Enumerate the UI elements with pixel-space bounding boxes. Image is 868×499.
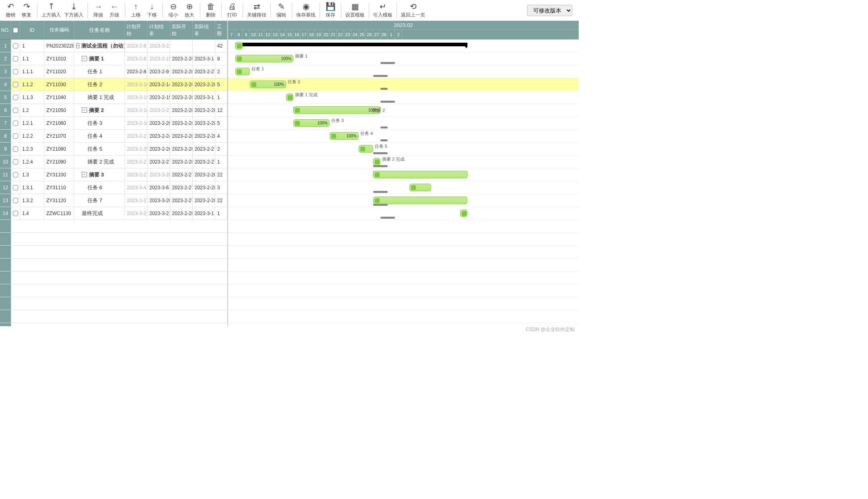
gantt-day-header[interactable]: 19 [315,30,322,39]
expand-toggle-icon[interactable]: − [82,56,87,61]
cell[interactable]: ZY11040 [44,91,74,104]
outdent-button[interactable]: →降级 [90,1,106,20]
cell[interactable]: 2023-2-20 [147,117,170,129]
cell[interactable]: 2023-2-15 [125,91,147,104]
cell[interactable]: 1.3 [20,168,44,181]
set-template-button[interactable]: ▦设置模板 [344,1,366,20]
row-checkbox[interactable] [11,52,20,65]
gantt-row[interactable]: 摘要 1 完成 [228,91,579,104]
task-name-cell[interactable]: 任务 4 [74,130,125,142]
cell[interactable]: 2023-2-27 [193,65,215,78]
gantt-day-header[interactable]: 25 [359,30,366,39]
indent-button[interactable]: ←升级 [106,1,123,20]
header-checkbox[interactable] [11,21,20,39]
version-select[interactable]: 可修改版本 [527,5,572,16]
row-checkbox[interactable] [11,130,20,142]
zoom-out-button[interactable]: ⊖缩小 [165,1,181,20]
cell[interactable]: ZY11020 [44,65,74,78]
task-name-cell[interactable]: 摘要 2 完成 [74,155,125,168]
task-name-cell[interactable]: 任务 5 [74,143,125,155]
cell[interactable]: 2023-2-21 [125,130,147,142]
gantt-task-bar[interactable]: 100% [293,106,380,114]
cell[interactable]: ZY21080 [44,143,74,155]
cell[interactable]: ZY21060 [44,117,74,129]
cell[interactable]: 1.1.1 [20,65,44,78]
gantt-task-bar[interactable]: 100% [250,81,286,88]
gantt-row[interactable]: 100%任务 2 [228,78,579,91]
gantt-day-header[interactable]: 22 [337,30,344,39]
cell[interactable]: 2023-2-27 [125,168,147,181]
save-button[interactable]: 💾保存 [322,1,338,20]
table-row[interactable]: 121.3.1ZY31110任务 62023-3-42023-3-62023-2… [0,181,227,194]
header-plan-end[interactable]: 计划结束 [147,21,170,39]
table-row[interactable]: 51.1.3ZY11040摘要 1 完成2023-2-152023-2-1520… [0,91,227,104]
cell[interactable]: 1.2.4 [20,155,44,168]
save-baseline-button[interactable]: ◉保存基线 [295,1,317,20]
cell[interactable]: 2023-2-28 [170,91,193,104]
cell[interactable]: 8 [215,52,227,65]
cell[interactable]: 2023-2-27 [125,155,147,168]
cell[interactable]: 5 [215,117,227,129]
cell[interactable]: 22 [215,194,227,207]
row-checkbox[interactable] [11,143,20,155]
gantt-task-bar[interactable] [286,93,293,101]
cell[interactable]: 2023-3-1 [193,91,215,104]
gantt-task-bar[interactable] [373,197,467,204]
cell[interactable]: 2023-2-28 [193,168,215,181]
table-row[interactable]: 71.2.1ZY21060任务 32023-2-162023-2-202023-… [0,117,227,130]
header-duration[interactable]: 工期 [215,21,227,39]
table-row[interactable]: 11PN2023022810−测试全流程（勿动）2023-2-82023-3-2… [0,39,227,52]
cell[interactable]: 1.2 [20,104,44,116]
gantt-task-bar[interactable] [235,68,250,75]
gantt-row[interactable] [228,297,579,310]
cell[interactable]: 2023-2-28 [170,143,193,155]
gantt-task-bar[interactable] [460,209,467,217]
cell[interactable]: ZZWC1130 [44,207,74,219]
gantt-day-header[interactable]: 1 [388,30,395,39]
move-up-button[interactable]: ↑上移 [128,1,144,20]
cell[interactable]: 1.2.2 [20,130,44,142]
cell[interactable]: 2023-2-27 [170,194,193,207]
gantt-row[interactable] [228,259,579,271]
gantt-row[interactable] [228,310,579,323]
row-checkbox[interactable] [11,207,20,219]
cell[interactable]: 2023-2-25 [125,143,147,155]
cell[interactable]: 2023-2-27 [125,194,147,207]
delete-button[interactable]: 🗑删除 [203,1,219,20]
gantt-row[interactable] [228,207,579,220]
gantt-row[interactable] [228,168,579,181]
zoom-in-button[interactable]: ⊕放大 [181,1,197,20]
cell[interactable]: 2023-3-20 [147,194,170,207]
gantt-row[interactable] [228,271,579,284]
move-down-button[interactable]: ↓下移 [144,1,160,20]
task-name-cell[interactable]: 摘要 1 完成 [74,91,125,104]
gantt-day-header[interactable]: 24 [351,30,359,39]
gantt-day-header[interactable]: 13 [272,30,279,39]
row-checkbox[interactable] [11,155,20,168]
cell[interactable]: 2023-2-27 [193,143,215,155]
cell[interactable]: 2023-3-1 [193,52,215,65]
cell[interactable]: 1.2.1 [20,117,44,129]
task-name-cell[interactable]: 任务 1 [74,65,125,78]
cell[interactable]: 1 [215,91,227,104]
cell[interactable]: 2023-2-28 [193,130,215,142]
insert-below-button[interactable]: ⤓下方插入 [62,1,85,20]
table-row[interactable]: 141.4ZZWC1130最终完成2023-3-212023-3-212023-… [0,207,227,220]
header-actual-end[interactable]: 实际结束 [193,21,215,39]
cell[interactable]: 2023-2-10 [125,78,147,91]
cell[interactable]: 2023-2-15 [147,91,170,104]
row-checkbox[interactable] [11,194,20,207]
gantt-body[interactable]: 100%摘要 1任务 1100%任务 2摘要 1 完成100%100%任务 31… [228,39,579,326]
cell[interactable]: 12 [215,104,227,116]
cell[interactable]: ZY21090 [44,155,74,168]
cell[interactable]: 1 [215,207,227,219]
cell[interactable]: ZY31110 [44,181,74,194]
gantt-day-header[interactable]: 7 [228,30,235,39]
row-checkbox[interactable] [11,104,20,116]
edit-button[interactable]: ✎编辑 [273,1,289,20]
insert-above-button[interactable]: ⤒上方插入 [40,1,62,20]
gantt-task-bar[interactable] [235,42,243,50]
cell[interactable]: 2 [215,65,227,78]
gantt-day-header[interactable]: 8 [235,30,243,39]
expand-toggle-icon[interactable]: − [82,172,87,177]
